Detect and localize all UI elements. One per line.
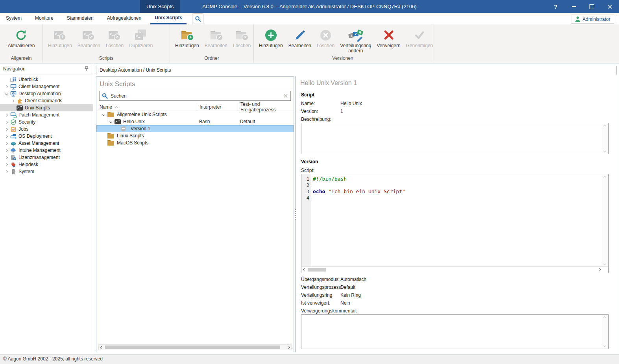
chevron-down-icon[interactable]: [109, 120, 112, 123]
column-header-prozess[interactable]: Test- und Freigabeprozess: [238, 103, 294, 111]
menu-abfrageaktionen[interactable]: Abfrageaktionen: [103, 13, 146, 24]
menu-system[interactable]: System: [2, 13, 26, 24]
nav-item-ueberblick[interactable]: Überblick: [0, 76, 93, 83]
scroll-down-icon[interactable]: [603, 150, 606, 152]
scrollbar-thumb[interactable]: [308, 268, 326, 272]
nav-item-unix-scripts[interactable]: Unix Scripts: [0, 104, 93, 111]
nav-item-system[interactable]: System: [0, 168, 93, 175]
table-row[interactable]: MacOS Scripts: [96, 139, 294, 146]
verteilungsring-aendern-button[interactable]: 12R Verteilungsring ändern: [337, 26, 374, 54]
sort-ascending-icon: [115, 106, 118, 109]
chevron-right-icon: [5, 142, 7, 144]
close-button[interactable]: [601, 0, 619, 13]
chevron-down-icon[interactable]: [102, 113, 105, 116]
line-numbers: 1 2 3 4: [301, 174, 311, 267]
horizontal-scrollbar[interactable]: [301, 266, 608, 273]
vertical-scrollbar[interactable]: [602, 174, 608, 267]
script-bearbeiten-button[interactable]: Bearbeiten: [75, 26, 103, 48]
chevron-right-icon: [5, 135, 7, 137]
puzzle-icon: [16, 98, 24, 104]
nav-item-intune-management[interactable]: Intune Management: [0, 147, 93, 154]
horizontal-scrollbar[interactable]: [98, 344, 292, 350]
nav-item-desktop-automation[interactable]: Desktop Automation: [0, 90, 93, 97]
folder-delete-icon: ×: [236, 28, 247, 42]
nav-item-asset-management[interactable]: Asset Management: [0, 140, 93, 147]
verweigern-button[interactable]: Verweigern: [374, 26, 403, 48]
scroll-left-icon[interactable]: [301, 269, 307, 271]
nav-item-patch-management[interactable]: Patch Management: [0, 111, 93, 118]
script-duplizieren-button[interactable]: Duplizieren: [126, 26, 155, 48]
version-bearbeiten-button[interactable]: Bearbeiten: [286, 26, 314, 48]
nav-item-lizenzmanagement[interactable]: Lizenzmanagement: [0, 154, 93, 161]
version-loeschen-button[interactable]: Löschen: [314, 26, 337, 48]
script-duplicate-icon: [135, 28, 147, 42]
search-input[interactable]: [110, 93, 281, 99]
helpdesk-icon: [9, 162, 17, 168]
script-code-editor[interactable]: 1 2 3 4 #!/bin/bash echo "Ich bin ein Un…: [301, 174, 609, 273]
table-row[interactable]: Allgemeine Unix Scripts: [96, 111, 294, 118]
menu-stammdaten[interactable]: Stammdaten: [63, 13, 98, 24]
maximize-button[interactable]: [583, 0, 601, 13]
nav-item-os-deployment[interactable]: OS Deployment: [0, 133, 93, 140]
ordner-bearbeiten-button[interactable]: Bearbeiten: [202, 26, 230, 48]
scrollbar[interactable]: [602, 123, 608, 154]
scroll-up-icon[interactable]: [603, 316, 606, 319]
scroll-up-icon[interactable]: [603, 125, 606, 127]
table-header: Name Interpreter Test- und Freigabeproze…: [96, 103, 294, 111]
scroll-right-icon[interactable]: [286, 346, 291, 348]
panel-splitter[interactable]: [294, 76, 297, 352]
help-button[interactable]: ?: [547, 0, 565, 13]
client-management-icon: [9, 84, 17, 90]
beschreibung-textarea[interactable]: [301, 123, 609, 154]
titlebar-active-tab[interactable]: Unix Scripts: [140, 0, 180, 13]
nav-item-jobs[interactable]: Jobs: [0, 126, 93, 133]
verweigerungskommentar-textarea[interactable]: [301, 314, 609, 349]
chevron-right-icon: [11, 99, 14, 102]
maximize-icon: [589, 4, 594, 9]
nav-item-security[interactable]: Security: [0, 118, 93, 126]
scrollbar-thumb[interactable]: [105, 346, 280, 349]
scroll-up-icon[interactable]: [603, 176, 606, 179]
search-icon: [102, 93, 108, 99]
copyright-text: © Aagon GmbH 2002 - 2025, all rights res…: [3, 356, 103, 362]
nav-item-client-management[interactable]: Client Management: [0, 83, 93, 90]
scroll-left-icon[interactable]: [99, 346, 104, 348]
code-content[interactable]: #!/bin/bash echo "Ich bin ein Unix Scrip…: [311, 174, 602, 267]
folder-icon: [107, 140, 115, 146]
table-row[interactable]: Linux Scripts: [96, 132, 294, 139]
clear-search-icon[interactable]: ✕: [283, 93, 288, 99]
table-row[interactable]: Hello Unix Bash Default: [96, 118, 294, 125]
ribbon-group-label: Ordner: [170, 55, 253, 63]
content-area: Desktop Automation / Unix Scripts Unix S…: [94, 63, 619, 354]
genehmigen-button[interactable]: Genehmigen: [403, 26, 436, 48]
user-icon: [575, 17, 580, 22]
script-delete-icon: ×: [109, 28, 121, 42]
script-hinzufuegen-button[interactable]: + Hinzufügen: [45, 26, 75, 48]
scrollbar[interactable]: [602, 315, 608, 349]
script-loeschen-button[interactable]: × Löschen: [103, 26, 126, 48]
pin-icon[interactable]: [84, 66, 89, 71]
acmp-console-window: ACMP Console -- Version 6.8.0 -- Angemel…: [0, 0, 619, 364]
verweigerungskommentar-label: Verweigerungskommentar:: [299, 307, 609, 314]
nav-item-helpdesk[interactable]: Helpdesk: [0, 161, 93, 168]
administrator-button[interactable]: Administrator: [571, 15, 614, 24]
chevron-right-icon: [5, 127, 7, 130]
column-header-name[interactable]: Name: [96, 103, 197, 111]
column-header-interpreter[interactable]: Interpreter: [197, 103, 238, 111]
scroll-right-icon[interactable]: [597, 269, 602, 271]
nav-item-client-commands[interactable]: Client Commands: [0, 97, 93, 104]
aktualisieren-button[interactable]: Aktualisieren: [5, 26, 38, 48]
ordner-hinzufuegen-button[interactable]: + Hinzufügen: [172, 26, 202, 48]
menu-monitore[interactable]: Monitore: [31, 13, 58, 24]
scroll-down-icon[interactable]: [603, 262, 606, 265]
license-icon: [9, 155, 17, 161]
asset-icon: [9, 140, 17, 146]
menu-search-button[interactable]: [192, 13, 203, 24]
ordner-loeschen-button[interactable]: × Löschen: [230, 26, 253, 48]
scroll-down-icon[interactable]: [603, 344, 606, 347]
menu-unix-scripts[interactable]: Unix Scripts: [150, 13, 187, 24]
table-row-selected[interactable]: Version 1: [96, 125, 294, 132]
script-add-icon: +: [54, 28, 66, 42]
version-hinzufuegen-button[interactable]: Hinzufügen: [256, 26, 286, 48]
minimize-button[interactable]: [565, 0, 583, 13]
